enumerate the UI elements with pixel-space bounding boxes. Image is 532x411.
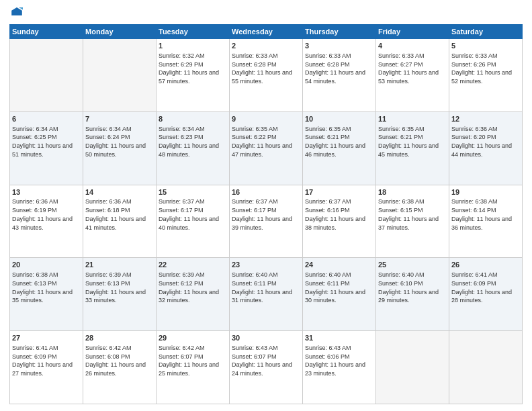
day-number: 16 (232, 187, 300, 197)
day-number: 4 (378, 41, 447, 51)
day-number: 11 (378, 114, 447, 124)
cell-info: Sunrise: 6:42 AM Sunset: 6:07 PM Dayligh… (159, 345, 221, 377)
cell-info: Sunrise: 6:35 AM Sunset: 6:21 PM Dayligh… (378, 126, 441, 158)
day-number: 26 (451, 260, 520, 270)
calendar-cell: 20Sunrise: 6:38 AM Sunset: 6:13 PM Dayli… (10, 258, 83, 331)
logo (9, 7, 23, 20)
cell-info: Sunrise: 6:38 AM Sunset: 6:14 PM Dayligh… (451, 198, 514, 230)
cell-info: Sunrise: 6:42 AM Sunset: 6:08 PM Dayligh… (85, 345, 148, 377)
cell-info: Sunrise: 6:36 AM Sunset: 6:18 PM Dayligh… (85, 198, 148, 230)
weekday-header-monday: Monday (83, 25, 157, 39)
calendar-week-row-3: 13Sunrise: 6:36 AM Sunset: 6:19 PM Dayli… (10, 185, 523, 258)
cell-info: Sunrise: 6:40 AM Sunset: 6:11 PM Dayligh… (232, 271, 294, 304)
calendar-cell: 10Sunrise: 6:35 AM Sunset: 6:21 PM Dayli… (303, 111, 376, 185)
day-number: 20 (12, 260, 81, 270)
cell-info: Sunrise: 6:39 AM Sunset: 6:13 PM Dayligh… (85, 271, 148, 304)
day-number: 18 (378, 187, 447, 197)
day-number: 17 (305, 187, 373, 197)
svg-marker-0 (11, 7, 22, 15)
calendar-cell: 31Sunrise: 6:43 AM Sunset: 6:06 PM Dayli… (303, 331, 376, 404)
page: SundayMondayTuesdayWednesdayThursdayFrid… (0, 0, 532, 411)
cell-info: Sunrise: 6:37 AM Sunset: 6:17 PM Dayligh… (232, 198, 294, 230)
cell-info: Sunrise: 6:36 AM Sunset: 6:20 PM Dayligh… (451, 126, 514, 158)
day-number: 6 (12, 114, 81, 124)
cell-info: Sunrise: 6:34 AM Sunset: 6:25 PM Dayligh… (12, 126, 75, 158)
day-number: 10 (305, 114, 373, 124)
day-number: 8 (159, 114, 227, 124)
calendar-cell: 1Sunrise: 6:32 AM Sunset: 6:29 PM Daylig… (157, 39, 230, 112)
calendar-cell: 26Sunrise: 6:41 AM Sunset: 6:09 PM Dayli… (449, 258, 523, 331)
calendar-week-row-4: 20Sunrise: 6:38 AM Sunset: 6:13 PM Dayli… (10, 258, 523, 331)
day-number: 15 (159, 187, 227, 197)
calendar-week-row-2: 6Sunrise: 6:34 AM Sunset: 6:25 PM Daylig… (10, 111, 523, 185)
calendar-cell: 3Sunrise: 6:33 AM Sunset: 6:28 PM Daylig… (303, 39, 376, 112)
calendar-cell: 24Sunrise: 6:40 AM Sunset: 6:11 PM Dayli… (303, 258, 376, 331)
calendar-cell: 2Sunrise: 6:33 AM Sunset: 6:28 PM Daylig… (230, 39, 303, 112)
weekday-header-friday: Friday (376, 25, 449, 39)
day-number: 13 (12, 187, 81, 197)
day-number: 19 (451, 187, 520, 197)
calendar-cell: 4Sunrise: 6:33 AM Sunset: 6:27 PM Daylig… (376, 39, 449, 112)
cell-info: Sunrise: 6:40 AM Sunset: 6:10 PM Dayligh… (378, 271, 441, 304)
cell-info: Sunrise: 6:43 AM Sunset: 6:06 PM Dayligh… (305, 345, 367, 377)
weekday-header-thursday: Thursday (303, 25, 376, 39)
calendar-week-row-5: 27Sunrise: 6:41 AM Sunset: 6:09 PM Dayli… (10, 331, 523, 404)
calendar-cell: 18Sunrise: 6:38 AM Sunset: 6:15 PM Dayli… (376, 185, 449, 258)
cell-info: Sunrise: 6:39 AM Sunset: 6:12 PM Dayligh… (159, 271, 221, 304)
day-number: 22 (159, 260, 227, 270)
calendar-cell: 7Sunrise: 6:34 AM Sunset: 6:24 PM Daylig… (83, 111, 157, 185)
cell-info: Sunrise: 6:43 AM Sunset: 6:07 PM Dayligh… (232, 345, 294, 377)
day-number: 30 (232, 333, 300, 343)
cell-info: Sunrise: 6:41 AM Sunset: 6:09 PM Dayligh… (451, 271, 514, 304)
cell-info: Sunrise: 6:38 AM Sunset: 6:13 PM Dayligh… (12, 271, 75, 304)
calendar-header-row: SundayMondayTuesdayWednesdayThursdayFrid… (10, 25, 523, 39)
cell-info: Sunrise: 6:35 AM Sunset: 6:21 PM Dayligh… (305, 126, 367, 158)
day-number: 1 (159, 41, 227, 51)
day-number: 9 (232, 114, 300, 124)
calendar-cell: 14Sunrise: 6:36 AM Sunset: 6:18 PM Dayli… (83, 185, 157, 258)
cell-info: Sunrise: 6:33 AM Sunset: 6:28 PM Dayligh… (232, 52, 294, 85)
calendar-cell: 28Sunrise: 6:42 AM Sunset: 6:08 PM Dayli… (83, 331, 157, 404)
calendar-cell: 21Sunrise: 6:39 AM Sunset: 6:13 PM Dayli… (83, 258, 157, 331)
day-number: 23 (232, 260, 300, 270)
logo-icon (11, 5, 23, 17)
weekday-header-wednesday: Wednesday (230, 25, 303, 39)
day-number: 14 (85, 187, 154, 197)
weekday-header-tuesday: Tuesday (157, 25, 230, 39)
calendar-cell: 5Sunrise: 6:33 AM Sunset: 6:26 PM Daylig… (449, 39, 523, 112)
calendar-cell: 27Sunrise: 6:41 AM Sunset: 6:09 PM Dayli… (10, 331, 83, 404)
cell-info: Sunrise: 6:37 AM Sunset: 6:17 PM Dayligh… (159, 198, 221, 230)
calendar-cell: 9Sunrise: 6:35 AM Sunset: 6:22 PM Daylig… (230, 111, 303, 185)
day-number: 7 (85, 114, 154, 124)
day-number: 28 (85, 333, 154, 343)
weekday-header-saturday: Saturday (449, 25, 523, 39)
day-number: 21 (85, 260, 154, 270)
day-number: 27 (12, 333, 81, 343)
day-number: 3 (305, 41, 373, 51)
calendar-table: SundayMondayTuesdayWednesdayThursdayFrid… (9, 24, 523, 404)
cell-info: Sunrise: 6:41 AM Sunset: 6:09 PM Dayligh… (12, 345, 75, 377)
day-number: 29 (159, 333, 227, 343)
calendar-cell (449, 331, 523, 404)
cell-info: Sunrise: 6:37 AM Sunset: 6:16 PM Dayligh… (305, 198, 367, 230)
calendar-cell (83, 39, 157, 112)
calendar-cell: 30Sunrise: 6:43 AM Sunset: 6:07 PM Dayli… (230, 331, 303, 404)
day-number: 2 (232, 41, 300, 51)
calendar-week-row-1: 1Sunrise: 6:32 AM Sunset: 6:29 PM Daylig… (10, 39, 523, 112)
weekday-header-sunday: Sunday (10, 25, 83, 39)
calendar-cell: 16Sunrise: 6:37 AM Sunset: 6:17 PM Dayli… (230, 185, 303, 258)
calendar-cell (10, 39, 83, 112)
calendar-cell: 29Sunrise: 6:42 AM Sunset: 6:07 PM Dayli… (157, 331, 230, 404)
header (9, 7, 523, 20)
cell-info: Sunrise: 6:40 AM Sunset: 6:11 PM Dayligh… (305, 271, 367, 304)
calendar-cell (376, 331, 449, 404)
calendar-cell: 17Sunrise: 6:37 AM Sunset: 6:16 PM Dayli… (303, 185, 376, 258)
cell-info: Sunrise: 6:32 AM Sunset: 6:29 PM Dayligh… (159, 52, 221, 85)
day-number: 24 (305, 260, 373, 270)
cell-info: Sunrise: 6:34 AM Sunset: 6:23 PM Dayligh… (159, 126, 221, 158)
day-number: 12 (451, 114, 520, 124)
calendar-cell: 13Sunrise: 6:36 AM Sunset: 6:19 PM Dayli… (10, 185, 83, 258)
cell-info: Sunrise: 6:33 AM Sunset: 6:28 PM Dayligh… (305, 52, 367, 85)
calendar-cell: 12Sunrise: 6:36 AM Sunset: 6:20 PM Dayli… (449, 111, 523, 185)
calendar-cell: 22Sunrise: 6:39 AM Sunset: 6:12 PM Dayli… (157, 258, 230, 331)
